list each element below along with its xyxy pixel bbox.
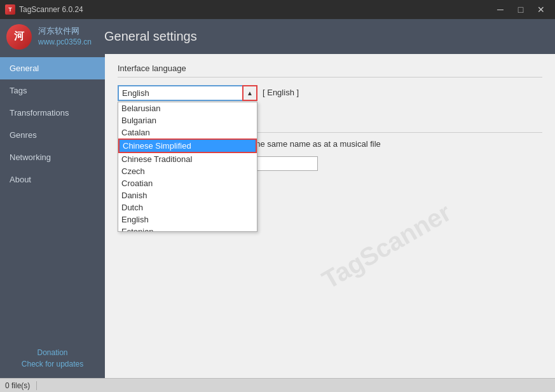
lang-option-estonian[interactable]: Estonian: [118, 226, 257, 232]
content-area: Interface language ▲ Belarusian Bulgaria…: [105, 54, 555, 378]
sidebar-item-about[interactable]: About: [0, 168, 105, 191]
lang-option-danish[interactable]: Danish: [118, 189, 257, 201]
lang-option-catalan[interactable]: Catalan: [118, 126, 257, 139]
lang-option-dutch[interactable]: Dutch: [118, 201, 257, 213]
donation-link[interactable]: Donation: [10, 348, 95, 357]
check-updates-link[interactable]: Check for updates: [10, 360, 95, 368]
logo-icon: 河: [6, 24, 32, 50]
lang-option-belarusian[interactable]: Belarusian: [118, 102, 257, 114]
sidebar-item-networking[interactable]: Networking: [0, 146, 105, 168]
title-bar: T TagScanner 6.0.24 ─ □ ✕: [0, 0, 555, 19]
maximize-button[interactable]: □: [512, 3, 530, 16]
lang-option-chinese-simplified[interactable]: Chinese Simplified: [118, 139, 257, 153]
sidebar-bottom: Donation Check for updates: [0, 342, 105, 378]
language-selector-row: ▲ Belarusian Bulgarian Catalan Chinese S…: [118, 85, 542, 101]
lang-option-czech[interactable]: Czech: [118, 165, 257, 177]
logo-text: 河东软件网 www.pc0359.cn: [38, 25, 92, 48]
lang-option-croatian[interactable]: Croatian: [118, 177, 257, 189]
title-bar-left: T TagScanner 6.0.24: [5, 4, 83, 15]
logo-url: www.pc0359.cn: [38, 37, 92, 48]
app-icon: T: [5, 4, 15, 15]
title-bar-controls: ─ □ ✕: [491, 3, 550, 16]
sidebar: General Tags Transformations Genres Netw…: [0, 54, 105, 378]
sidebar-item-general[interactable]: General: [0, 57, 105, 79]
language-dropdown: Belarusian Bulgarian Catalan Chinese Sim…: [118, 102, 257, 232]
app-title: TagScanner 6.0.24: [19, 5, 83, 14]
sidebar-item-tags[interactable]: Tags: [0, 79, 105, 102]
lang-option-bulgarian[interactable]: Bulgarian: [118, 114, 257, 126]
sidebar-item-transformations[interactable]: Transformations: [0, 102, 105, 124]
status-bar: 0 file(s): [0, 378, 555, 392]
language-input[interactable]: [118, 85, 257, 101]
close-button[interactable]: ✕: [532, 3, 550, 16]
status-file-count: 0 file(s): [5, 381, 30, 390]
watermark: TagScanner: [317, 198, 456, 295]
page-title: General settings: [104, 29, 197, 44]
lang-option-english[interactable]: English: [118, 213, 257, 226]
main-area: General Tags Transformations Genres Netw…: [0, 54, 555, 378]
minimize-button[interactable]: ─: [491, 3, 509, 16]
language-combo-wrapper: ▲ Belarusian Bulgarian Catalan Chinese S…: [118, 85, 257, 101]
section-title: Interface language: [118, 64, 542, 78]
sidebar-item-genres[interactable]: Genres: [0, 124, 105, 146]
status-divider: [36, 381, 37, 390]
logo-bar: 河 河东软件网 www.pc0359.cn General settings: [0, 19, 555, 54]
logo-site-name: 河东软件网: [38, 25, 92, 37]
language-dropdown-button[interactable]: ▲: [242, 85, 257, 101]
language-current-label: [ English ]: [263, 85, 299, 97]
sidebar-nav: General Tags Transformations Genres Netw…: [0, 54, 105, 342]
lang-option-chinese-traditional[interactable]: Chinese Traditional: [118, 153, 257, 165]
